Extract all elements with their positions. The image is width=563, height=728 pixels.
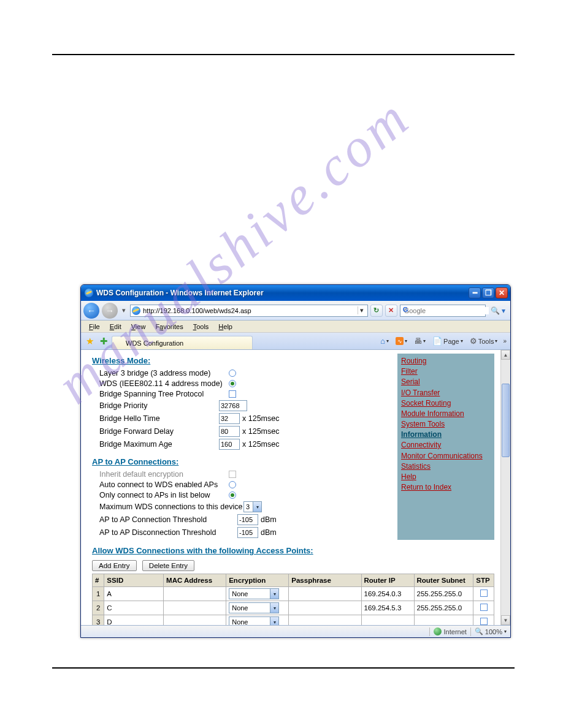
zoom-icon[interactable]: 🔍 (475, 628, 483, 635)
browser-tab[interactable]: WDS Configuration (112, 336, 253, 349)
zoom-dropdown-icon[interactable]: ▾ (504, 629, 507, 634)
ie-icon (85, 289, 93, 297)
radio-auto[interactable] (229, 481, 236, 488)
encryption-select[interactable]: None▾ (229, 616, 279, 625)
stop-button[interactable]: ✕ (385, 305, 397, 317)
nav-history-dropdown[interactable]: ▾ (120, 306, 128, 314)
back-button[interactable]: ← (83, 303, 99, 319)
favorites-star-icon[interactable]: ★ (84, 336, 95, 347)
sidebar-link[interactable]: Filter (401, 366, 491, 376)
cell-enc[interactable]: None▾ (226, 615, 289, 626)
add-favorite-icon[interactable]: ✚ (98, 336, 109, 347)
input-hello[interactable] (219, 413, 240, 424)
home-button[interactable]: ⌂▾ (378, 335, 391, 347)
input-fwd[interactable] (219, 426, 240, 437)
refresh-button[interactable]: ↻ (370, 305, 383, 317)
titlebar[interactable]: WDS Configuration - Windows Internet Exp… (81, 285, 510, 301)
sidebar-link[interactable]: Statistics (401, 461, 491, 471)
checkbox-stp[interactable] (229, 390, 236, 398)
menu-favorites[interactable]: Favorites (151, 322, 187, 332)
overflow-chevron-icon[interactable]: » (502, 338, 508, 344)
radio-only[interactable] (229, 491, 236, 499)
cell-stp[interactable] (473, 615, 494, 626)
radio-layer3[interactable] (229, 370, 236, 377)
minimize-button[interactable]: ━ (469, 287, 481, 298)
cell-mac[interactable] (164, 615, 226, 626)
page-menu-button[interactable]: 📄Page▾ (430, 335, 465, 347)
sidebar-link[interactable]: Monitor Communications (401, 451, 491, 461)
search-box[interactable] (400, 305, 486, 317)
sidebar-link[interactable]: Module Information (401, 409, 491, 419)
cell-ssid[interactable]: C (104, 601, 164, 615)
input-maxage[interactable] (219, 439, 240, 450)
cell-pass[interactable] (289, 601, 361, 615)
sidebar-link[interactable]: Socket Routing (401, 398, 491, 408)
cell-mac[interactable] (164, 601, 226, 615)
add-entry-button[interactable]: Add Entry (92, 560, 137, 571)
label-priority: Bridge Priority (99, 401, 219, 410)
cell-pass[interactable] (289, 587, 361, 601)
vertical-scrollbar[interactable]: ▲ ▼ (500, 350, 510, 625)
encryption-select[interactable]: None▾ (229, 588, 279, 599)
sidebar-nav: Routing Filter Serial I/O Transfer Socke… (397, 354, 494, 540)
sidebar-link[interactable]: Serial (401, 377, 491, 387)
table-row[interactable]: 1 A None▾ 169.254.0.3 255.255.255.0 (93, 587, 494, 601)
print-button[interactable]: 🖶▾ (412, 335, 428, 347)
section-wireless-mode: Wireless Mode: (92, 356, 391, 365)
cell-rsub[interactable]: 255.255.255.0 (414, 601, 473, 615)
encryption-select[interactable]: None▾ (229, 602, 279, 613)
close-button[interactable]: ✕ (496, 287, 508, 298)
cell-stp[interactable] (473, 601, 494, 615)
table-row[interactable]: 2 C None▾ 169.254.5.3 255.255.255.0 (93, 601, 494, 615)
cell-enc[interactable]: None▾ (226, 601, 289, 615)
address-dropdown[interactable]: ▾ (358, 306, 366, 314)
maximize-button[interactable]: ❐ (482, 287, 494, 298)
radio-wds[interactable] (229, 380, 236, 387)
cell-mac[interactable] (164, 587, 226, 601)
cell-rip[interactable]: 169.254.5.3 (361, 601, 414, 615)
sidebar-link[interactable]: Return to Index (401, 482, 491, 492)
cell-rip[interactable] (361, 615, 414, 626)
input-connth[interactable] (237, 514, 258, 525)
select-maxconn[interactable]: 3▾ (243, 501, 262, 512)
menu-file[interactable]: File (85, 322, 104, 332)
search-go-button[interactable]: 🔍 ▾ (488, 306, 508, 315)
cell-stp[interactable] (473, 587, 494, 601)
scroll-down-button[interactable]: ▼ (501, 615, 510, 625)
search-input[interactable] (404, 307, 489, 314)
stp-checkbox[interactable] (480, 590, 488, 597)
forward-button[interactable]: → (102, 303, 118, 319)
delete-entry-button[interactable]: Delete Entry (142, 560, 194, 571)
menu-tools[interactable]: Tools (189, 322, 213, 332)
scroll-thumb[interactable] (502, 384, 510, 457)
address-bar[interactable]: ▾ (130, 305, 368, 317)
cell-rip[interactable]: 169.254.0.3 (361, 587, 414, 601)
table-row[interactable]: 3 D None▾ (93, 615, 494, 626)
sidebar-link[interactable]: System Tools (401, 419, 491, 429)
scroll-up-button[interactable]: ▲ (501, 350, 510, 360)
page-body[interactable]: Wireless Mode: Layer 3 bridge (3 address… (81, 350, 500, 625)
menu-edit[interactable]: Edit (105, 322, 126, 332)
input-discth[interactable] (237, 527, 258, 538)
sidebar-link[interactable]: Help (401, 472, 491, 482)
input-priority[interactable] (219, 400, 247, 411)
stp-checkbox[interactable] (480, 618, 488, 625)
cell-pass[interactable] (289, 615, 361, 626)
tools-menu-button[interactable]: ⚙Tools▾ (467, 335, 500, 347)
cell-ssid[interactable]: D (104, 615, 164, 626)
zone-label: Internet (444, 628, 467, 635)
address-input[interactable] (143, 307, 355, 314)
cell-enc[interactable]: None▾ (226, 587, 289, 601)
sidebar-link[interactable]: Connectivity (401, 440, 491, 450)
menu-view[interactable]: View (127, 322, 150, 332)
feeds-button[interactable]: ∿▾ (393, 336, 410, 346)
cell-num: 2 (93, 601, 104, 615)
cell-rsub[interactable]: 255.255.255.0 (414, 587, 473, 601)
menu-help[interactable]: Help (214, 322, 237, 332)
cell-rsub[interactable] (414, 615, 473, 626)
zoom-level[interactable]: 100% (485, 628, 502, 635)
sidebar-link[interactable]: Routing (401, 356, 491, 366)
sidebar-link[interactable]: I/O Transfer (401, 388, 491, 398)
cell-ssid[interactable]: A (104, 587, 164, 601)
stp-checkbox[interactable] (480, 604, 488, 611)
